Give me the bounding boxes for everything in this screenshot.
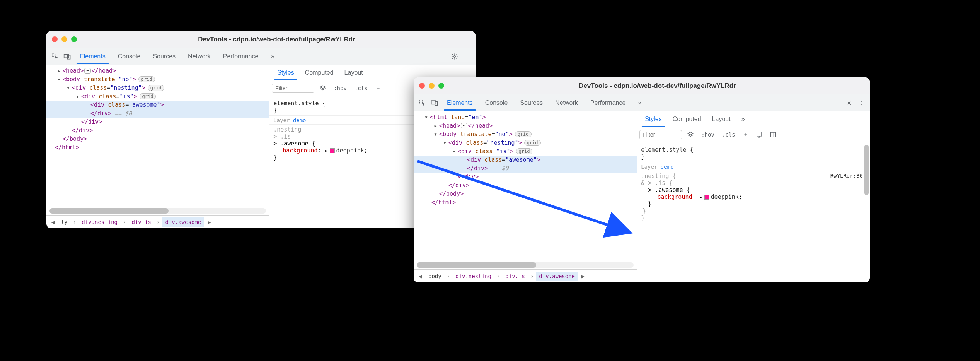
minimize-icon[interactable]	[61, 36, 67, 42]
layers-icon[interactable]	[317, 83, 328, 94]
gear-icon[interactable]	[844, 98, 854, 108]
close-icon[interactable]	[419, 83, 425, 89]
css-rules: element.style { } Layer demo RwYLRdr:36 …	[637, 142, 870, 282]
hov-button[interactable]: :hov	[699, 131, 717, 139]
tab-elements[interactable]: Elements	[441, 96, 478, 110]
plus-icon[interactable]: ＋	[373, 84, 383, 92]
horizontal-scrollbar[interactable]	[417, 262, 634, 268]
svg-rect-6	[435, 101, 438, 105]
gear-icon[interactable]	[449, 51, 460, 62]
crumb-nesting[interactable]: div.nesting	[78, 217, 121, 227]
crumbs-next-icon[interactable]: ▶	[579, 273, 587, 279]
layer-row[interactable]: Layer demo	[637, 162, 870, 171]
crumb-is[interactable]: div.is	[502, 272, 528, 281]
dom-tree[interactable]: ▸<head>⋯</head> ▾<body translate="no">gr…	[46, 65, 269, 208]
svg-rect-9	[770, 132, 776, 137]
grid-badge[interactable]: grid	[138, 76, 155, 82]
device-toggle-icon[interactable]	[62, 51, 73, 62]
ellipsis-icon[interactable]: ⋯	[84, 68, 91, 74]
crumb-ly[interactable]: ly	[58, 217, 71, 227]
styles-panel: Styles Computed Layout » :hov .cls ＋	[637, 111, 870, 282]
tab-sources[interactable]: Sources	[147, 49, 181, 64]
layers-icon[interactable]	[685, 129, 696, 140]
grid-badge[interactable]: grid	[140, 93, 156, 99]
svg-point-3	[454, 55, 456, 57]
devtools-window-right: DevTools - cdpn.io/web-dot-dev/fullpage/…	[414, 77, 870, 282]
titlebar: DevTools - cdpn.io/web-dot-dev/fullpage/…	[46, 31, 476, 48]
crumb-is[interactable]: div.is	[128, 217, 154, 227]
breadcrumb: ◀ body › div.nesting › div.is › div.awes…	[414, 269, 637, 282]
filter-input[interactable]	[639, 130, 682, 139]
grid-badge[interactable]: grid	[148, 85, 164, 91]
crumbs-prev-icon[interactable]: ◀	[49, 219, 57, 225]
grid-badge[interactable]: grid	[524, 140, 541, 146]
tabs-more[interactable]: »	[736, 112, 750, 127]
crumbs-prev-icon[interactable]: ◀	[416, 273, 424, 279]
grid-badge[interactable]: grid	[515, 131, 532, 137]
tab-performance[interactable]: Performance	[585, 96, 631, 110]
kebab-icon[interactable]: ⋮	[856, 98, 867, 108]
device-toggle-icon[interactable]	[429, 98, 440, 108]
plus-icon[interactable]: ＋	[741, 130, 751, 139]
tab-elements[interactable]: Elements	[74, 49, 111, 64]
grid-badge[interactable]: grid	[516, 148, 533, 154]
minimize-icon[interactable]	[429, 83, 435, 89]
elements-panel: ▸<head>⋯</head> ▾<body translate="no">gr…	[46, 65, 269, 228]
main-tabs: Elements Console Sources Network Perform…	[414, 94, 870, 111]
zoom-icon[interactable]	[438, 83, 444, 89]
main-tabs: Elements Console Sources Network Perform…	[46, 48, 476, 65]
cls-button[interactable]: .cls	[720, 131, 738, 139]
zoom-icon[interactable]	[71, 36, 77, 42]
cls-button[interactable]: .cls	[352, 84, 370, 92]
nesting-rule-nested[interactable]: RwYLRdr:36 .nesting { & > .is { > .aweso…	[637, 171, 870, 223]
tab-console[interactable]: Console	[480, 96, 513, 110]
hov-button[interactable]: :hov	[331, 84, 349, 92]
crumb-nesting[interactable]: div.nesting	[452, 272, 494, 281]
source-link[interactable]: RwYLRdr:36	[830, 173, 863, 179]
horizontal-scrollbar[interactable]	[49, 208, 266, 214]
kebab-icon[interactable]: ⋮	[462, 51, 472, 62]
traffic-lights	[52, 36, 77, 42]
devtools-window-left: DevTools - cdpn.io/web-dot-dev/fullpage/…	[46, 31, 476, 228]
svg-rect-8	[757, 132, 762, 136]
tab-layout[interactable]: Layout	[339, 65, 368, 80]
crumb-awesome[interactable]: div.awesome	[536, 272, 578, 281]
titlebar: DevTools - cdpn.io/web-dot-dev/fullpage/…	[414, 77, 870, 94]
content-area: ▸<head>⋯</head> ▾<body translate="no">gr…	[46, 65, 476, 228]
filter-row: :hov .cls ＋	[637, 127, 870, 142]
dom-tree[interactable]: ▾<html lang="en"> ▸<head>⋯</head> ▾<body…	[414, 111, 637, 262]
crumb-body[interactable]: body	[425, 272, 445, 281]
breadcrumb: ◀ ly › div.nesting › div.is › div.awesom…	[46, 215, 269, 228]
ellipsis-icon[interactable]: ⋯	[461, 123, 467, 128]
window-title: DevTools - cdpn.io/web-dot-dev/fullpage/…	[83, 36, 470, 43]
tab-styles[interactable]: Styles	[272, 65, 300, 80]
selected-element: <div class="awesome">	[46, 101, 269, 109]
tab-computed[interactable]: Computed	[300, 65, 339, 80]
content-area: ▾<html lang="en"> ▸<head>⋯</head> ▾<body…	[414, 111, 870, 282]
inspect-icon[interactable]	[49, 51, 60, 62]
tab-layout[interactable]: Layout	[707, 112, 736, 127]
inspect-icon[interactable]	[417, 98, 428, 108]
tab-network[interactable]: Network	[182, 49, 216, 64]
color-swatch[interactable]	[330, 148, 335, 153]
tab-computed[interactable]: Computed	[667, 112, 707, 127]
tab-sources[interactable]: Sources	[515, 96, 548, 110]
close-icon[interactable]	[52, 36, 58, 42]
color-swatch[interactable]	[704, 195, 709, 200]
elements-panel: ▾<html lang="en"> ▸<head>⋯</head> ▾<body…	[414, 111, 637, 282]
tab-console[interactable]: Console	[112, 49, 146, 64]
panel-toggle-icon[interactable]	[768, 129, 779, 140]
window-title: DevTools - cdpn.io/web-dot-dev/fullpage/…	[450, 82, 864, 90]
tab-styles[interactable]: Styles	[639, 112, 667, 127]
filter-input[interactable]	[272, 84, 314, 93]
crumb-awesome[interactable]: div.awesome	[162, 217, 204, 227]
sub-tabs: Styles Computed Layout »	[637, 111, 870, 127]
crumbs-next-icon[interactable]: ▶	[205, 219, 213, 225]
tabs-more[interactable]: »	[632, 96, 647, 110]
element-style-block[interactable]: element.style { }	[637, 145, 870, 162]
device-icon[interactable]	[754, 129, 765, 140]
tab-network[interactable]: Network	[550, 96, 583, 110]
tab-performance[interactable]: Performance	[218, 49, 264, 64]
selected-element: <div class="awesome">	[414, 156, 637, 164]
tabs-more[interactable]: »	[265, 49, 280, 64]
